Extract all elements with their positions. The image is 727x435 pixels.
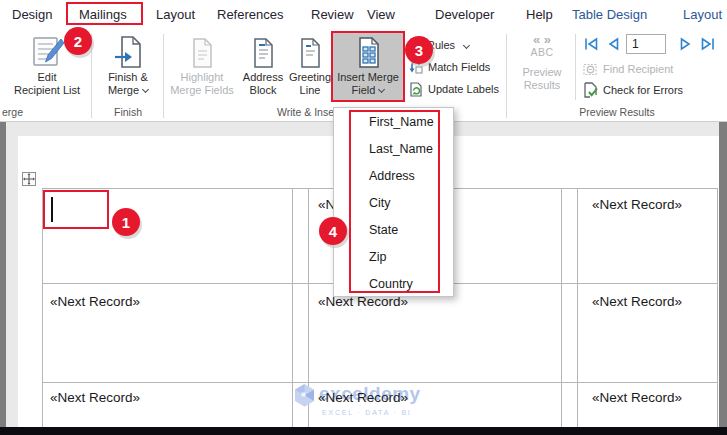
table-border: [717, 188, 718, 427]
menu-tab-review[interactable]: Review: [311, 7, 354, 22]
window-bottom-edge: [0, 427, 727, 435]
menu-tab-design[interactable]: Design: [12, 7, 52, 22]
group-label-finish: Finish: [96, 106, 160, 118]
table-cell[interactable]: «Next Record»: [592, 294, 682, 309]
insert-merge-field-dropdown: First_Name Last_Name Address City State …: [333, 107, 454, 297]
merge-field-item-first-name[interactable]: First_Name: [369, 112, 434, 132]
table-cell[interactable]: «Next Record»: [592, 390, 682, 405]
table-cell[interactable]: «Next Record»: [50, 390, 140, 405]
check-for-errors-button[interactable]: Check for Errors: [583, 81, 683, 99]
find-recipient-button: Find Recipient: [583, 60, 673, 78]
group-separator: [575, 34, 576, 100]
annotation-circle-4: 4: [319, 217, 347, 245]
table-border: [561, 188, 562, 427]
annotation-circle-3: 3: [405, 36, 433, 64]
menu-tab-references[interactable]: References: [217, 7, 283, 22]
preview-results-button: « » ABC Preview Results: [512, 33, 572, 92]
merge-field-item-address[interactable]: Address: [369, 166, 415, 186]
next-record-button[interactable]: [678, 36, 694, 52]
group-separator: [506, 34, 507, 118]
chevron-down-icon: [463, 41, 470, 48]
merge-field-item-zip[interactable]: Zip: [369, 247, 386, 267]
group-separator: [91, 34, 92, 118]
table-border: [577, 188, 578, 427]
insert-merge-field-button[interactable]: Insert Merge Field: [331, 31, 405, 102]
group-label-start-mail-merge: erge: [2, 106, 23, 118]
merge-field-item-city[interactable]: City: [369, 193, 391, 213]
merge-field-item-country[interactable]: Country: [369, 274, 413, 294]
address-block-button[interactable]: Address Block: [239, 33, 287, 97]
menu-tab-table-design[interactable]: Table Design: [572, 7, 647, 22]
highlight-merge-fields-icon: [190, 33, 214, 71]
menu-tab-developer[interactable]: Developer: [435, 7, 494, 22]
last-record-button[interactable]: [700, 36, 716, 52]
insert-merge-field-icon: [355, 33, 382, 71]
merge-field-item-last-name[interactable]: Last_Name: [369, 139, 433, 159]
record-number-input[interactable]: [626, 34, 666, 54]
finish-merge-button[interactable]: Finish & Merge: [96, 33, 160, 97]
edit-recipient-list-icon: [31, 33, 64, 71]
finish-merge-icon: [114, 33, 142, 71]
table-cell[interactable]: «Next Record»: [318, 390, 408, 405]
table-border: [42, 188, 43, 427]
table-border: [292, 188, 293, 427]
window-left-edge: [0, 122, 6, 427]
exceldemy-logo-icon: [294, 383, 315, 408]
highlight-merge-fields-button: Highlight Merge Fields: [167, 33, 237, 97]
annotation-circle-1: 1: [112, 208, 140, 236]
chevron-down-icon: [142, 86, 149, 93]
table-cell[interactable]: «Next Record»: [50, 294, 140, 309]
move-icon: [23, 173, 35, 185]
greeting-line-button[interactable]: Greeting Line: [288, 33, 332, 97]
table-cell[interactable]: «Next Record»: [592, 197, 682, 212]
edit-recipient-list-label: Edit: [38, 71, 57, 84]
previous-record-button[interactable]: [605, 36, 621, 52]
menu-tab-mailings[interactable]: Mailings: [79, 7, 127, 22]
preview-results-icon: « »: [533, 33, 551, 46]
menu-tab-view[interactable]: View: [367, 7, 395, 22]
annotation-circle-2: 2: [64, 27, 92, 55]
menu-tab-layout-2[interactable]: Layout: [683, 7, 722, 22]
update-labels-icon: [409, 82, 423, 97]
window-right-edge: [719, 122, 727, 427]
find-recipient-icon: [583, 62, 598, 77]
group-separator: [163, 34, 164, 118]
menu-tab-layout[interactable]: Layout: [156, 7, 195, 22]
first-record-button[interactable]: [583, 36, 599, 52]
greeting-line-icon: [298, 33, 322, 71]
word-window: Design Mailings Layout References Review…: [0, 0, 727, 435]
chevron-down-icon: [378, 86, 385, 93]
update-labels-button[interactable]: Update Labels: [409, 80, 499, 98]
group-label-preview-results: Preview Results: [558, 106, 676, 118]
check-for-errors-icon: [583, 82, 598, 98]
address-block-icon: [251, 33, 275, 71]
watermark-tagline: EXCEL · DATA · BI: [322, 409, 412, 416]
merge-field-item-state[interactable]: State: [369, 220, 398, 240]
menu-tab-help[interactable]: Help: [526, 7, 553, 22]
text-cursor: [51, 197, 53, 222]
table-move-handle[interactable]: [22, 172, 36, 186]
